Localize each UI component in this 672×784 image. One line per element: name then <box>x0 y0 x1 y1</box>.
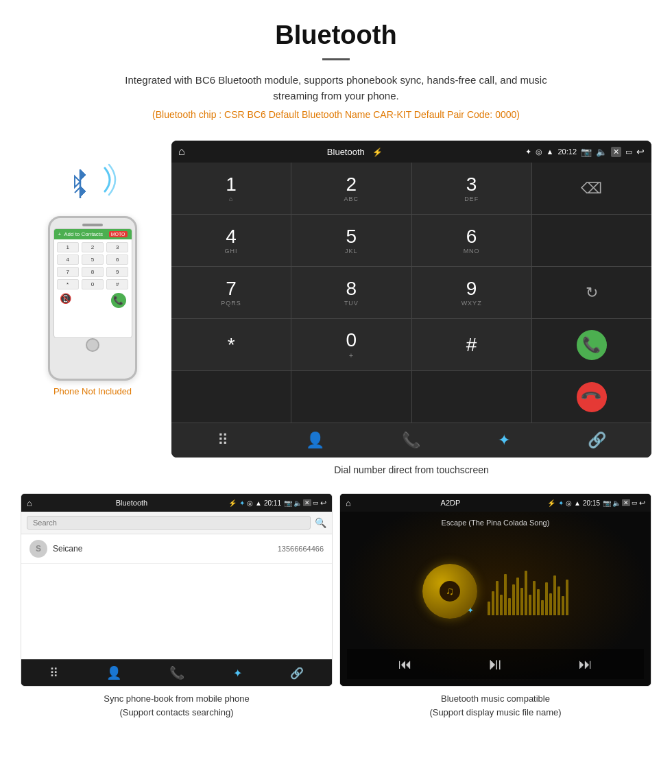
pb-toolbar-bt-icon[interactable]: ✦ <box>233 667 242 680</box>
time-label: 20:12 <box>557 147 577 156</box>
phone-key-3[interactable]: 3 <box>106 242 128 252</box>
dialer-row-1: 1 2 3 <box>57 242 129 252</box>
dial-key-4-num: 4 <box>226 227 237 246</box>
dial-toolbar: ⠿ 👤 📞 ✦ 🔗 <box>171 423 651 458</box>
pb-contact-name: Seicane <box>53 544 272 554</box>
pb-win-icon[interactable]: ▭ <box>313 499 319 506</box>
bluetooth-signal-graphic <box>65 161 120 209</box>
dial-key-2-sub: ABC <box>344 195 359 202</box>
eq-bar-20 <box>566 580 568 615</box>
home-icon[interactable]: ⌂ <box>178 145 185 158</box>
pb-toolbar-link-icon[interactable]: 🔗 <box>290 667 304 680</box>
call-answer-button[interactable]: 📞 <box>577 330 607 360</box>
music-close-icon[interactable]: ✕ <box>622 499 630 506</box>
music-prev-icon[interactable]: ⏮ <box>398 656 412 672</box>
grid-icon[interactable]: ⠿ <box>217 431 228 449</box>
music-win-icon[interactable]: ▭ <box>632 499 638 506</box>
phone-key-8[interactable]: 8 <box>82 267 104 277</box>
pb-caption-line2: (Support contacts searching) <box>23 706 330 720</box>
phone-home-button[interactable] <box>86 338 99 352</box>
pb-caption-line1: Sync phone-book from mobile phone <box>23 692 330 706</box>
pb-home-icon[interactable]: ⌂ <box>27 498 32 508</box>
dial-key-star[interactable]: * <box>171 319 291 370</box>
page-header: Bluetooth Integrated with BC6 Bluetooth … <box>0 0 672 127</box>
moto-label: MOTO <box>109 231 128 237</box>
music-panel-wrapper: ⌂ A2DP ⚡ ✦ ◎ ▲ 20:15 📷 🔈 ✕ ▭ ↩ Escape (T <box>339 493 651 722</box>
music-home-icon[interactable]: ⌂ <box>346 498 351 508</box>
bluetooth-toolbar-icon[interactable]: ✦ <box>498 431 510 449</box>
volume-icon[interactable]: 🔈 <box>596 147 607 157</box>
phone-call-icon[interactable]: 📞 <box>111 293 126 308</box>
phone-key-9[interactable]: 9 <box>106 267 128 277</box>
phone-key-hash[interactable]: # <box>106 279 128 289</box>
phone-key-5[interactable]: 5 <box>82 254 104 265</box>
music-play-pause-icon[interactable]: ⏯ <box>487 654 503 674</box>
pb-signal-icon: ▲ <box>255 499 262 507</box>
pb-cam-icon[interactable]: 📷 <box>284 499 292 507</box>
close-icon[interactable]: ✕ <box>611 147 621 157</box>
status-bar-left: ⌂ <box>178 145 185 158</box>
phonebook-panel: ⌂ Bluetooth ⚡ ✦ ◎ ▲ 20:11 📷 🔈 ✕ ▭ ↩ <box>21 493 333 687</box>
dial-key-star-sym: * <box>228 335 235 355</box>
call-end-button[interactable]: 📞 <box>577 382 607 412</box>
contacts-icon[interactable]: 👤 <box>306 431 324 449</box>
dial-key-6-sub: MNO <box>464 248 480 254</box>
dial-key-7[interactable]: 7 PQRS <box>171 267 291 318</box>
backspace-icon[interactable]: ⌫ <box>581 180 602 198</box>
camera-icon[interactable]: 📷 <box>581 147 592 157</box>
pb-close-icon[interactable]: ✕ <box>303 499 311 506</box>
pb-search-icon[interactable]: 🔍 <box>315 517 326 528</box>
pb-toolbar-grid-icon[interactable]: ⠿ <box>49 665 58 680</box>
dial-key-7-sub: PQRS <box>221 300 241 307</box>
pb-search-input[interactable] <box>27 516 311 530</box>
phone-key-0[interactable]: 0 <box>82 279 104 289</box>
header-specs: (Bluetooth chip : CSR BC6 Default Blueto… <box>14 109 658 120</box>
pb-back-icon[interactable]: ↩ <box>320 499 326 508</box>
music-back-icon[interactable]: ↩ <box>639 499 645 508</box>
refresh-icon[interactable]: ↻ <box>586 284 598 302</box>
dial-key-3[interactable]: 3 DEF <box>412 163 531 214</box>
signal-waves-icon <box>86 161 120 199</box>
pb-loc-icon: ◎ <box>247 499 253 507</box>
dial-key-8-sub: TUV <box>344 300 359 307</box>
music-app-name: A2DP <box>354 499 547 507</box>
dial-key-row2-empty <box>532 215 651 266</box>
phone-screen-header: + Add to Contacts MOTO <box>54 229 132 239</box>
dial-key-0[interactable]: 0 + <box>291 319 411 370</box>
phone-key-4[interactable]: 4 <box>57 254 79 265</box>
phone-key-star[interactable]: * <box>57 279 79 289</box>
phone-key-1[interactable]: 1 <box>57 242 79 252</box>
phone-key-6[interactable]: 6 <box>106 254 128 265</box>
music-caption-line1: Bluetooth music compatible <box>342 692 649 706</box>
dial-key-9[interactable]: 9 WXYZ <box>412 267 531 318</box>
pb-contact-phone: 13566664466 <box>278 545 324 553</box>
phone-key-7[interactable]: 7 <box>57 267 79 277</box>
window-icon[interactable]: ▭ <box>625 147 632 156</box>
link-icon[interactable]: 🔗 <box>588 431 606 449</box>
dial-key-4[interactable]: 4 GHI <box>171 215 291 266</box>
status-bar-right: ✦ ◎ ▲ 20:12 📷 🔈 ✕ ▭ ↩ <box>525 146 645 157</box>
phone-key-2[interactable]: 2 <box>82 242 104 252</box>
dial-key-hash[interactable]: # <box>412 319 531 370</box>
eq-bar-13 <box>537 589 540 615</box>
pb-toolbar-phone-icon[interactable]: 📞 <box>169 665 184 680</box>
dial-key-6[interactable]: 6 MNO <box>412 215 531 266</box>
music-cam-icon[interactable]: 📷 <box>603 499 611 507</box>
dial-row5-c1 <box>171 371 291 423</box>
music-next-icon[interactable]: ⏭ <box>579 656 592 672</box>
phone-mockup: + Add to Contacts MOTO 1 2 3 4 5 6 <box>48 216 137 381</box>
pb-vol-icon[interactable]: 🔈 <box>293 499 302 507</box>
location-icon: ◎ <box>536 147 542 156</box>
dial-key-8[interactable]: 8 TUV <box>291 267 411 318</box>
pb-toolbar-user-icon[interactable]: 👤 <box>106 665 121 680</box>
eq-bar-5 <box>504 574 507 615</box>
phone-icon[interactable]: 📞 <box>402 431 420 449</box>
pb-contact-row[interactable]: S Seicane 13566664466 <box>21 534 332 564</box>
pb-status-bar: ⌂ Bluetooth ⚡ ✦ ◎ ▲ 20:11 📷 🔈 ✕ ▭ ↩ <box>21 494 332 512</box>
back-icon[interactable]: ↩ <box>636 146 645 157</box>
dial-key-5[interactable]: 5 JKL <box>291 215 411 266</box>
dial-key-1[interactable]: 1 ⌂ <box>171 163 291 214</box>
eq-bar-9 <box>520 588 523 615</box>
music-vol-icon[interactable]: 🔈 <box>612 499 621 507</box>
dial-key-2[interactable]: 2 ABC <box>291 163 411 214</box>
